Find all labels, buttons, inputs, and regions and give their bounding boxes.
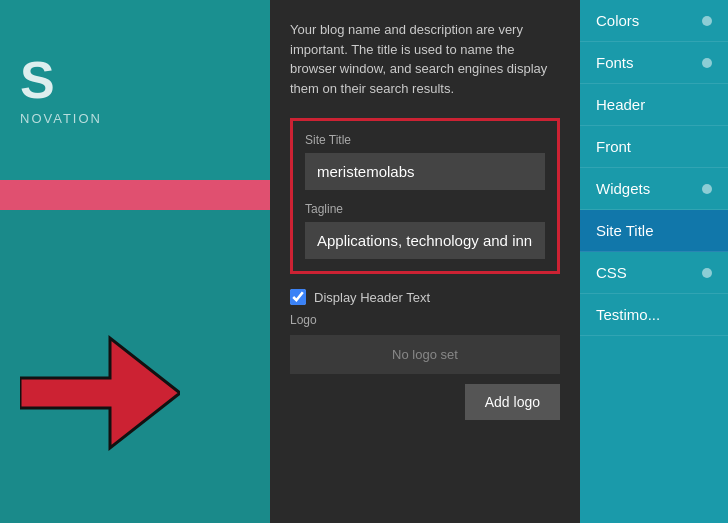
nav-item-widgets[interactable]: Widgets [580,168,728,210]
display-header-row: Display Header Text [290,289,560,305]
nav-item-label: Front [596,138,631,155]
nav-item-label: Fonts [596,54,634,71]
nav-item-label: Colors [596,12,639,29]
tagline-label: Tagline [305,202,545,216]
logo-placeholder: No logo set [290,335,560,374]
preview-site-title: S [20,54,250,106]
preview-tagline: NOVATION [20,111,250,126]
nav-dot-icon [702,16,712,26]
settings-panel: Your blog name and description are very … [270,0,580,523]
nav-item-css[interactable]: CSS [580,252,728,294]
display-header-checkbox[interactable] [290,289,306,305]
arrow-container [20,323,180,463]
site-title-label: Site Title [305,133,545,147]
nav-item-site-title[interactable]: Site Title [580,210,728,252]
nav-item-label: Site Title [596,222,654,239]
highlighted-section: Site Title Tagline [290,118,560,274]
nav-item-fonts[interactable]: Fonts [580,42,728,84]
add-logo-row: Add logo [290,384,560,420]
preview-panel: S NOVATION [0,0,270,523]
arrow-icon [20,323,180,463]
nav-dot-icon [702,184,712,194]
preview-header: S NOVATION [0,0,270,180]
nav-item-label: CSS [596,264,627,281]
nav-item-label: Testimo... [596,306,660,323]
display-header-label: Display Header Text [314,290,430,305]
nav-item-front[interactable]: Front [580,126,728,168]
site-title-input[interactable] [305,153,545,190]
nav-dot-icon [702,268,712,278]
nav-item-header[interactable]: Header [580,84,728,126]
nav-dot-icon [702,58,712,68]
logo-label: Logo [290,313,560,327]
nav-item-label: Widgets [596,180,650,197]
nav-item-label: Header [596,96,645,113]
preview-pink-bar [0,180,270,210]
nav-item-testimo---[interactable]: Testimo... [580,294,728,336]
add-logo-button[interactable]: Add logo [465,384,560,420]
svg-marker-0 [20,338,180,448]
nav-panel: ColorsFontsHeaderFrontWidgetsSite TitleC… [580,0,728,523]
settings-description: Your blog name and description are very … [290,20,560,98]
tagline-input[interactable] [305,222,545,259]
nav-item-colors[interactable]: Colors [580,0,728,42]
